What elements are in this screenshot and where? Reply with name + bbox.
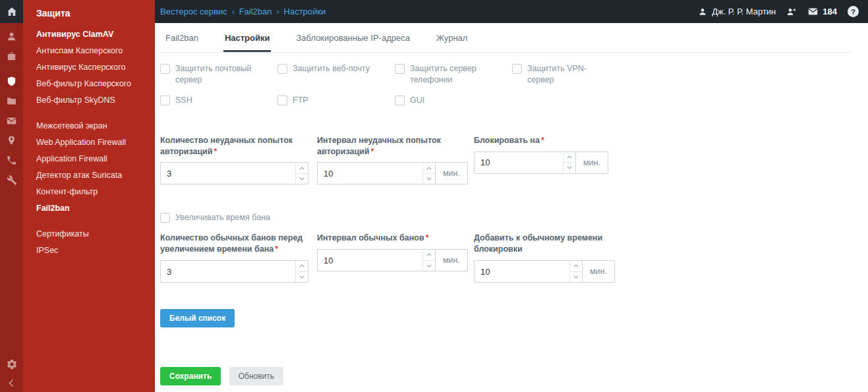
switch-user-icon[interactable] [786, 7, 797, 17]
sidebar-item-fail2ban[interactable]: Fail2ban [23, 200, 155, 217]
sidebar-item-waf[interactable]: Web Application Firewall [23, 134, 155, 151]
block-for-input[interactable] [475, 152, 563, 173]
whitelist-button[interactable]: Белый список [160, 309, 235, 327]
users-icon[interactable] [6, 31, 17, 42]
minutes-suffix: мин. [582, 260, 615, 283]
failed-attempts-stepper [160, 162, 308, 184]
add-time-field: Добавить к обычному времени блокировки м… [474, 233, 631, 283]
spinner-up-button[interactable] [423, 250, 435, 261]
required-asterisk: * [370, 147, 374, 156]
spinner-up-button[interactable] [423, 163, 435, 174]
attempts-interval-input[interactable] [318, 163, 422, 184]
help-icon[interactable]: ? [848, 6, 859, 17]
sidebar-item-content-filter[interactable]: Контент-фильтр [23, 184, 155, 200]
icon-rail [0, 0, 23, 392]
spinner [569, 261, 582, 282]
checkbox-label: Увеличивать время бана [175, 212, 270, 223]
minutes-suffix: мин. [575, 152, 608, 174]
spinner-down-button[interactable] [296, 174, 308, 184]
phone-icon[interactable] [6, 155, 17, 166]
sidebar-item-webfilter-skydns[interactable]: Веб-фильтр SkyDNS [23, 92, 155, 109]
checkbox[interactable] [277, 64, 287, 74]
checkbox[interactable] [160, 213, 170, 223]
home-icon[interactable] [0, 0, 23, 23]
checkbox[interactable] [160, 64, 170, 74]
checkbox[interactable] [512, 64, 522, 74]
spinner-down-button[interactable] [570, 272, 582, 283]
breadcrumb-link-service[interactable]: Вестерос сервис [160, 7, 227, 16]
refresh-button[interactable]: Обновить [229, 367, 283, 385]
sidebar-item-application-firewall[interactable]: Application Firewall [23, 151, 155, 167]
briefcase-icon[interactable] [6, 51, 17, 62]
required-asterisk: * [426, 233, 429, 242]
checkbox-ftp: FTP [277, 95, 376, 106]
sidebar-item-certificates[interactable]: Сертификаты [23, 226, 155, 242]
breadcrumb-link-settings[interactable]: Настройки [284, 7, 326, 16]
checkbox-protect-mail-server: Защитить почтовый сервер [160, 63, 259, 86]
shield-icon[interactable] [6, 76, 17, 87]
minutes-suffix: мин. [435, 162, 468, 184]
bans-before-stepper [160, 260, 308, 283]
messages-button[interactable]: 184 [807, 6, 837, 17]
sidebar-item-antivirus-clamav[interactable]: Антивирус ClamAV [23, 26, 155, 43]
checkbox-label: GUI [410, 95, 424, 106]
attempts-interval-stepper [317, 162, 436, 184]
checkbox-label: Защитить VPN-сервер [527, 63, 611, 86]
minutes-suffix: мин. [435, 249, 468, 271]
sidebar-item-firewall[interactable]: Межсетевой экран [23, 118, 155, 134]
sidebar-item-webfilter-kaspersky[interactable]: Веб-фильтр Касперского [23, 76, 155, 92]
spinner-up-button[interactable] [296, 261, 308, 272]
mail-icon[interactable] [6, 115, 17, 126]
spinner-up-button[interactable] [564, 152, 575, 163]
required-asterisk: * [214, 147, 217, 156]
failed-attempts-input[interactable] [161, 163, 295, 184]
save-button[interactable]: Сохранить [160, 367, 221, 385]
bans-before-input[interactable] [161, 261, 295, 282]
rail-icons [6, 23, 17, 358]
app-window: Защита Антивирус ClamAV Антиспам Касперс… [0, 0, 868, 392]
wrench-icon[interactable] [6, 175, 17, 186]
bans-interval-input[interactable] [318, 250, 422, 271]
field-label-text: Интервал обычных банов [317, 233, 424, 242]
sidebar-group-firewall: Межсетевой экран Web Application Firewal… [23, 118, 155, 217]
sidebar-item-ipsec[interactable]: IPSec [23, 242, 155, 259]
increase-ban-row: Увеличивать время бана [160, 212, 852, 223]
spinner-up-button[interactable] [570, 261, 582, 272]
gear-icon[interactable] [6, 358, 18, 370]
form-row-2: Количество обычных банов перед увеличени… [160, 233, 852, 283]
checkbox[interactable] [395, 64, 405, 74]
spinner-down-button[interactable] [423, 174, 435, 184]
map-pin-icon[interactable] [6, 135, 17, 146]
sidebar-item-antivirus-kaspersky[interactable]: Антивирус Касперского [23, 59, 155, 76]
tab-journal[interactable]: Журнал [435, 23, 469, 52]
breadcrumb-link-fail2ban[interactable]: Fail2ban [239, 7, 272, 16]
sidebar-title: Защита [23, 5, 155, 26]
checkbox[interactable] [395, 96, 405, 105]
folder-icon[interactable] [6, 96, 17, 107]
user-menu[interactable]: Дж. Р. Р. Мартин [698, 7, 776, 16]
bottom-actions: Сохранить Обновить [160, 367, 852, 392]
failed-attempts-field: Количество неудачных попыток авторизаций… [160, 135, 317, 185]
content: Fail2ban Настройки Заблокированные IP-ад… [155, 23, 868, 392]
checkbox[interactable] [160, 96, 170, 105]
spinner-down-button[interactable] [564, 163, 575, 173]
spinner-down-button[interactable] [296, 272, 308, 283]
add-time-input[interactable] [475, 261, 569, 282]
spinner [422, 250, 435, 271]
sidebar-item-antispam-kaspersky[interactable]: Антиспам Касперского [23, 43, 155, 59]
protect-checkbox-row1: Защитить почтовый сервер Защитить веб-по… [160, 63, 852, 86]
sidebar-item-suricata[interactable]: Детектор атак Suricata [23, 167, 155, 184]
checkbox[interactable] [277, 96, 287, 105]
tab-fail2ban[interactable]: Fail2ban [164, 23, 200, 52]
bans-interval-field: Интервал обычных банов* мин. [317, 233, 474, 283]
help-mark: ? [851, 8, 855, 16]
sidebar-group-certs: Сертификаты IPSec [23, 226, 155, 259]
collapse-chevron-icon[interactable] [7, 378, 16, 388]
tab-settings[interactable]: Настройки [223, 23, 272, 52]
checkbox-protect-webmail: Защитить веб-почту [277, 63, 376, 74]
spinner-up-button[interactable] [296, 163, 308, 174]
spinner-down-button[interactable] [423, 261, 435, 271]
spinner [295, 261, 308, 282]
tabs: Fail2ban Настройки Заблокированные IP-ад… [160, 23, 852, 53]
tab-blocked-ips[interactable]: Заблокированные IP-адреса [295, 23, 411, 52]
